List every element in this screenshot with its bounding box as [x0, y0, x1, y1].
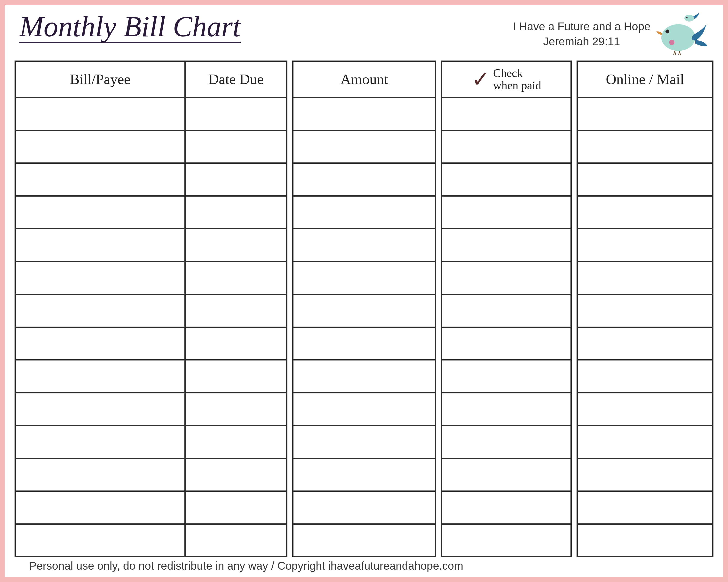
header-right: I Have a Future and a Hope Jeremiah 29:1… — [513, 12, 709, 56]
cell-online-mail[interactable] — [577, 98, 713, 131]
table-row — [15, 98, 713, 131]
col-check-when-paid: ✓ Check when paid — [442, 61, 571, 98]
cell-amount[interactable] — [293, 130, 436, 163]
gap — [287, 61, 293, 98]
gap — [287, 393, 293, 425]
cell-check[interactable] — [442, 360, 571, 393]
cell-bill-payee[interactable] — [15, 130, 185, 163]
cell-check[interactable] — [442, 163, 571, 196]
gap — [436, 295, 442, 327]
cell-date-due[interactable] — [185, 360, 287, 393]
cell-check[interactable] — [442, 458, 571, 491]
cell-check[interactable] — [442, 261, 571, 295]
table-row — [15, 261, 713, 295]
svg-point-4 — [686, 17, 687, 18]
cell-date-due[interactable] — [185, 524, 287, 557]
cell-amount[interactable] — [293, 295, 436, 327]
cell-date-due[interactable] — [185, 98, 287, 131]
table-row — [15, 491, 713, 524]
cell-date-due[interactable] — [185, 229, 287, 262]
cell-date-due[interactable] — [185, 425, 287, 459]
cell-online-mail[interactable] — [577, 491, 713, 524]
cell-online-mail[interactable] — [577, 130, 713, 163]
cell-check[interactable] — [442, 327, 571, 360]
cell-date-due[interactable] — [185, 491, 287, 524]
cell-amount[interactable] — [293, 196, 436, 229]
gap — [436, 327, 442, 360]
bird-icon — [655, 12, 709, 56]
cell-online-mail[interactable] — [577, 458, 713, 491]
cell-amount[interactable] — [293, 491, 436, 524]
cell-bill-payee[interactable] — [15, 229, 185, 262]
table-row — [15, 327, 713, 360]
gap — [436, 360, 442, 393]
cell-bill-payee[interactable] — [15, 261, 185, 295]
cell-online-mail[interactable] — [577, 196, 713, 229]
cell-online-mail[interactable] — [577, 295, 713, 327]
cell-check[interactable] — [442, 98, 571, 131]
cell-online-mail[interactable] — [577, 425, 713, 459]
cell-date-due[interactable] — [185, 196, 287, 229]
gap — [571, 458, 577, 491]
cell-amount[interactable] — [293, 98, 436, 131]
cell-amount[interactable] — [293, 393, 436, 425]
gap — [436, 393, 442, 425]
cell-check[interactable] — [442, 393, 571, 425]
cell-check[interactable] — [442, 130, 571, 163]
cell-bill-payee[interactable] — [15, 163, 185, 196]
cell-online-mail[interactable] — [577, 524, 713, 557]
cell-date-due[interactable] — [185, 327, 287, 360]
cell-online-mail[interactable] — [577, 360, 713, 393]
cell-amount[interactable] — [293, 360, 436, 393]
col-amount: Amount — [293, 61, 436, 98]
cell-date-due[interactable] — [185, 393, 287, 425]
cell-date-due[interactable] — [185, 163, 287, 196]
cell-online-mail[interactable] — [577, 229, 713, 262]
cell-date-due[interactable] — [185, 458, 287, 491]
gap — [571, 261, 577, 295]
page-title: Monthly Bill Chart — [19, 12, 241, 43]
cell-amount[interactable] — [293, 163, 436, 196]
cell-check[interactable] — [442, 491, 571, 524]
cell-amount[interactable] — [293, 425, 436, 459]
cell-bill-payee[interactable] — [15, 98, 185, 131]
table-row — [15, 393, 713, 425]
cell-check[interactable] — [442, 229, 571, 262]
cell-date-due[interactable] — [185, 261, 287, 295]
cell-bill-payee[interactable] — [15, 458, 185, 491]
checkmark-icon: ✓ — [472, 73, 490, 86]
cell-bill-payee[interactable] — [15, 360, 185, 393]
cell-amount[interactable] — [293, 229, 436, 262]
cell-amount[interactable] — [293, 261, 436, 295]
col-date-due: Date Due — [185, 61, 287, 98]
cell-online-mail[interactable] — [577, 163, 713, 196]
gap — [571, 196, 577, 229]
gap — [571, 98, 577, 131]
cell-check[interactable] — [442, 196, 571, 229]
cell-date-due[interactable] — [185, 130, 287, 163]
table-row — [15, 458, 713, 491]
svg-point-3 — [684, 15, 694, 22]
cell-bill-payee[interactable] — [15, 327, 185, 360]
verse-block: I Have a Future and a Hope Jeremiah 29:1… — [513, 19, 650, 49]
cell-bill-payee[interactable] — [15, 425, 185, 459]
cell-online-mail[interactable] — [577, 327, 713, 360]
cell-bill-payee[interactable] — [15, 524, 185, 557]
cell-online-mail[interactable] — [577, 393, 713, 425]
cell-check[interactable] — [442, 295, 571, 327]
cell-check[interactable] — [442, 425, 571, 459]
bill-table: Bill/Payee Date Due Amount ✓ Check when … — [15, 60, 713, 557]
cell-bill-payee[interactable] — [15, 491, 185, 524]
cell-amount[interactable] — [293, 327, 436, 360]
cell-check[interactable] — [442, 524, 571, 557]
cell-bill-payee[interactable] — [15, 196, 185, 229]
cell-amount[interactable] — [293, 458, 436, 491]
cell-bill-payee[interactable] — [15, 295, 185, 327]
svg-point-0 — [661, 24, 695, 51]
cell-date-due[interactable] — [185, 295, 287, 327]
cell-bill-payee[interactable] — [15, 393, 185, 425]
cell-amount[interactable] — [293, 524, 436, 557]
gap — [287, 524, 293, 557]
gap — [287, 163, 293, 196]
cell-online-mail[interactable] — [577, 261, 713, 295]
